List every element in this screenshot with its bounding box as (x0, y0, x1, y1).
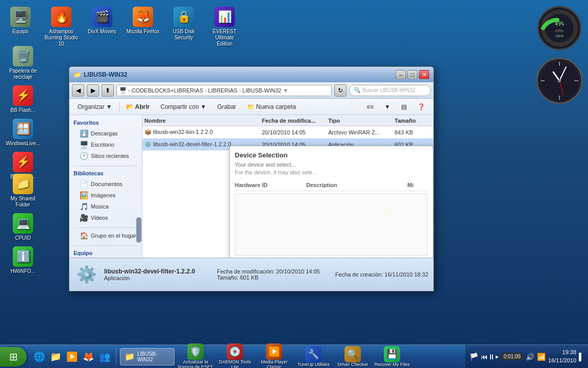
taskbar-item-explorer[interactable]: 📁 LIBUSB-WIN32 (120, 348, 175, 365)
sidebar-item-descargas[interactable]: ⬇️ Descargas (69, 128, 142, 139)
driver-label: Driver Checker (337, 362, 368, 367)
quick-ie[interactable]: 🌐 (32, 349, 47, 364)
taskbar-icon-tuneup[interactable]: 🔧 TuneUp Utilities (295, 346, 332, 367)
maximize-button[interactable]: □ (407, 70, 418, 79)
address-path[interactable]: 🖥️ › CODEBLOCKS+LIBRERIAS › LIBRERIAS › … (116, 85, 332, 96)
sidebar-item-escritorio[interactable]: 🖥️ Escritorio (69, 139, 142, 150)
desktop-icon-bbflash1[interactable]: ⚡ BB Flash... (3, 83, 43, 116)
col-header-size[interactable]: Tamaño (393, 118, 433, 124)
desktop-icon-papelera[interactable]: 🗑️ Papelera de reciclaje (3, 43, 43, 83)
sidebar-scrollbar[interactable] (136, 217, 141, 243)
quick-media[interactable]: ▶️ (64, 349, 80, 364)
svg-text:CPU: CPU (556, 29, 564, 33)
col-header-name[interactable]: Nombre (142, 118, 260, 124)
grupo-label: Grupo en el hogar (91, 233, 136, 239)
quick-firefox[interactable]: 🦊 (81, 349, 96, 364)
file-type-0: Archivo WinRAR Z... (326, 129, 393, 135)
help-button[interactable]: ❓ (413, 101, 429, 113)
status-date-created: Fecha de creación: 16/11/2010 18:32 (335, 271, 428, 278)
clock-widgets-area: 49% CPU 28% (535, 4, 584, 105)
tray-volume-icon[interactable]: 📶 (537, 353, 546, 361)
sidebar-equipo-header: Equipo (69, 248, 142, 258)
media-label: Media Player Classic (256, 360, 292, 368)
equipo-label: Equipo (12, 29, 28, 35)
compartir-button[interactable]: Compartir con ▼ (156, 101, 210, 113)
sidebar-item-documentos[interactable]: 📄 Documentos (69, 178, 142, 190)
organizar-label: Organizar (78, 103, 105, 110)
tuneup-label: TuneUp Utilities (298, 362, 330, 367)
view-dropdown-button[interactable]: ▼ (380, 101, 395, 113)
close-button[interactable]: ✕ (419, 70, 429, 79)
tray-network-icon[interactable]: 🔊 (526, 353, 534, 361)
desktop-top-icons-row: 🖥️ Equipo 🔥 Ashampoo Burning Studio 10 🎬… (0, 0, 537, 50)
back-button[interactable]: ◀ (72, 84, 84, 97)
tray-flag-icon[interactable]: 🏳️ (470, 353, 478, 361)
col-header-date[interactable]: Fecha de modifica... (260, 118, 326, 124)
desktop-icon-firefox[interactable]: 🦊 Mozilla Firefox (122, 4, 163, 50)
desktop-icon-windows[interactable]: 🪟 WindowsLive... (3, 116, 43, 149)
compartir-dropdown-icon: ▼ (201, 103, 207, 110)
path-part-3[interactable]: LIBUSB-WIN32 (242, 87, 281, 94)
status-file-icon: ⚙️ (75, 262, 99, 287)
cpu-gauge-svg: 49% CPU 28% (535, 4, 584, 53)
col-header-type[interactable]: Tipo (326, 118, 393, 124)
taskbar-icon-actualizar[interactable]: 🛡️ Actualizar la licencia de ESET (177, 343, 214, 368)
sidebar-item-videos[interactable]: 🎥 Videos (69, 212, 142, 223)
search-placeholder: Buscar LIBUSB-WIN32 (362, 87, 415, 93)
tray-clock[interactable]: 19:38 16/11/2010 (548, 349, 576, 364)
search-icon: 🔍 (354, 87, 361, 94)
window-controls: – □ ✕ (396, 70, 429, 79)
path-sep-1: › (128, 87, 130, 94)
everest-label: EVEREST Ultimate Edition (207, 29, 242, 47)
desktop-icon-shared[interactable]: 📁 My Shared Folder (3, 171, 43, 211)
grabar-button[interactable]: Grabar (213, 101, 240, 113)
up-button[interactable]: ⬆ (102, 84, 114, 97)
file-row-0[interactable]: 📦 libusb-win32-bin-1.2.2.0 20/10/2010 14… (142, 126, 433, 139)
nueva-carpeta-button[interactable]: 📁 Nueva carpeta (243, 101, 300, 113)
tray-time-display: 19:38 (548, 349, 576, 356)
sidebar-item-imagenes[interactable]: 🖼️ Imágenes (69, 190, 142, 201)
organizar-button[interactable]: Organizar ▼ (74, 101, 116, 113)
status-size: Tamaño: 601 KB (217, 274, 320, 281)
desktop-icon-ashampoo[interactable]: 🔥 Ashampoo Burning Studio 10 (41, 4, 82, 50)
forward-button[interactable]: ▶ (87, 84, 99, 97)
firefox-label: Mozilla Firefox (127, 29, 159, 35)
sidebar-item-grupo[interactable]: 🏠 Grupo en el hogar (69, 230, 142, 241)
sidebar-item-recientes[interactable]: 🕐 Sitios recientes (69, 150, 142, 162)
quick-team[interactable]: 👥 (97, 349, 112, 364)
desktop-icon-cpuid[interactable]: 💻 CPUID (3, 211, 43, 244)
desktop-icon-usb[interactable]: 🔒 USB Disk Security (163, 4, 204, 50)
path-part-2[interactable]: LIBRERIAS (208, 87, 237, 94)
status-file-name: libusb-win32-devel-filter-1.2.2.0 (104, 268, 195, 275)
start-button[interactable]: ⊞ (0, 347, 27, 366)
media-icon: ▶️ (266, 343, 282, 360)
cpuid-icon: 💻 (13, 213, 33, 234)
tray-media-icon[interactable]: ⏮⏸▶ (481, 353, 499, 361)
taskbar-icon-recover[interactable]: 💾 Recover My Files (374, 346, 410, 367)
show-desktop-icon[interactable]: ▌ (579, 353, 584, 361)
sidebar-favoritos-header: Favoritos (69, 118, 142, 128)
status-info: libusb-win32-devel-filter-1.2.2.0 Aplica… (104, 268, 195, 281)
desktop-icon-everest[interactable]: 📊 EVEREST Ultimate Edition (204, 4, 245, 50)
minimize-button[interactable]: – (396, 70, 406, 79)
taskbar-icon-daemon[interactable]: 💿 DAEMON Tools Lite (216, 343, 253, 368)
quick-folder[interactable]: 📁 (48, 349, 63, 364)
path-dropdown[interactable]: ▼ (283, 87, 288, 94)
taskbar-icon-driver[interactable]: 🔍 Driver Checker (334, 346, 371, 367)
view-details-button[interactable]: ≡≡ (362, 101, 378, 113)
desktop-icon-hwinfo[interactable]: ℹ️ HWiNFO... (3, 244, 43, 277)
path-part-1[interactable]: CODEBLOCKS+LIBRERIAS (132, 87, 203, 94)
preview-pane-button[interactable]: ▤ (397, 101, 411, 113)
musica-label: Música (91, 203, 109, 210)
desktop-icon-divx[interactable]: 🎬 DivX Movies (82, 4, 122, 50)
recover-label: Recover My Files (375, 362, 410, 367)
toolbar-separator-1 (119, 102, 119, 112)
bbflash1-label: BB Flash... (11, 107, 36, 113)
search-box[interactable]: 🔍 Buscar LIBUSB-WIN32 (349, 85, 431, 96)
taskbar-icon-media[interactable]: ▶️ Media Player Classic (256, 343, 292, 368)
quick-launch: 🌐 📁 ▶️ 🦊 👥 (29, 349, 115, 364)
compartir-label: Compartir con (160, 103, 199, 110)
abrir-button[interactable]: 📂 Abrir (122, 101, 154, 113)
sidebar-item-musica[interactable]: 🎵 Música (69, 201, 142, 212)
refresh-button[interactable]: ↻ (334, 84, 347, 97)
